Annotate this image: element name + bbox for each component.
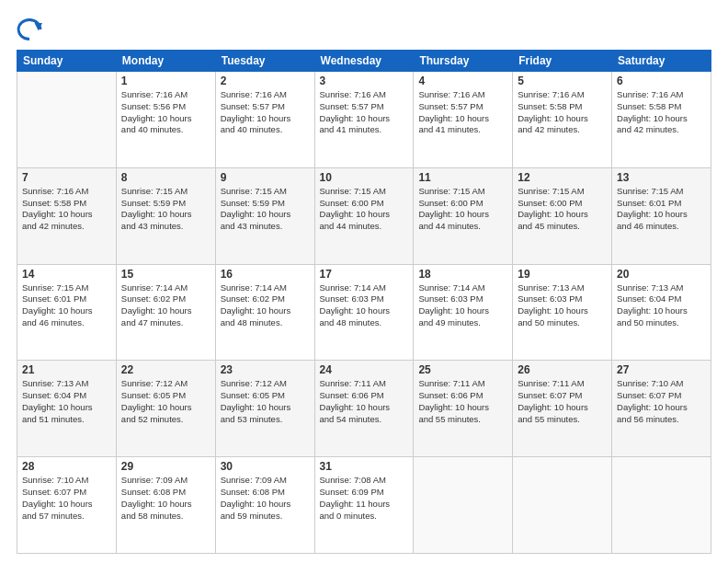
calendar-cell: 3Sunrise: 7:16 AM Sunset: 5:57 PM Daylig… — [314, 72, 414, 168]
day-info: Sunrise: 7:08 AM Sunset: 6:09 PM Dayligh… — [320, 475, 409, 522]
calendar-cell: 15Sunrise: 7:14 AM Sunset: 6:02 PM Dayli… — [116, 264, 215, 361]
day-info: Sunrise: 7:09 AM Sunset: 6:08 PM Dayligh… — [221, 475, 310, 522]
day-header-friday: Friday — [513, 51, 612, 72]
calendar-cell — [513, 457, 612, 554]
day-header-wednesday: Wednesday — [314, 51, 414, 72]
calendar-cell — [17, 72, 117, 168]
day-number: 28 — [22, 460, 111, 473]
day-header-saturday: Saturday — [612, 51, 711, 72]
day-info: Sunrise: 7:12 AM Sunset: 6:05 PM Dayligh… — [121, 378, 210, 425]
calendar-cell — [612, 457, 711, 554]
week-row: 7Sunrise: 7:16 AM Sunset: 5:58 PM Daylig… — [17, 167, 711, 264]
calendar-cell: 29Sunrise: 7:09 AM Sunset: 6:08 PM Dayli… — [116, 457, 215, 554]
day-number: 30 — [221, 460, 310, 473]
day-info: Sunrise: 7:13 AM Sunset: 6:03 PM Dayligh… — [518, 282, 607, 329]
day-number: 21 — [22, 363, 111, 376]
day-number: 5 — [518, 75, 607, 87]
day-number: 18 — [418, 268, 507, 281]
calendar-cell: 12Sunrise: 7:15 AM Sunset: 6:00 PM Dayli… — [513, 167, 612, 264]
calendar-cell: 23Sunrise: 7:12 AM Sunset: 6:05 PM Dayli… — [215, 361, 314, 457]
day-number: 14 — [22, 268, 111, 281]
header — [17, 17, 711, 42]
day-number: 20 — [617, 268, 706, 281]
calendar-body: 1Sunrise: 7:16 AM Sunset: 5:56 PM Daylig… — [17, 72, 711, 554]
day-number: 1 — [121, 75, 210, 87]
calendar-cell: 13Sunrise: 7:15 AM Sunset: 6:01 PM Dayli… — [612, 167, 711, 264]
day-number: 11 — [418, 171, 507, 184]
calendar-cell: 7Sunrise: 7:16 AM Sunset: 5:58 PM Daylig… — [17, 167, 117, 264]
day-info: Sunrise: 7:16 AM Sunset: 5:57 PM Dayligh… — [221, 89, 310, 136]
day-info: Sunrise: 7:11 AM Sunset: 6:06 PM Dayligh… — [320, 378, 409, 425]
day-number: 24 — [320, 363, 409, 376]
day-info: Sunrise: 7:16 AM Sunset: 5:56 PM Dayligh… — [121, 89, 210, 136]
calendar-cell: 20Sunrise: 7:13 AM Sunset: 6:04 PM Dayli… — [612, 264, 711, 361]
day-info: Sunrise: 7:11 AM Sunset: 6:07 PM Dayligh… — [518, 378, 607, 425]
calendar-cell — [414, 457, 513, 554]
day-info: Sunrise: 7:15 AM Sunset: 5:59 PM Dayligh… — [121, 186, 210, 233]
calendar-cell: 16Sunrise: 7:14 AM Sunset: 6:02 PM Dayli… — [215, 264, 314, 361]
day-info: Sunrise: 7:15 AM Sunset: 6:01 PM Dayligh… — [617, 186, 706, 233]
day-number: 2 — [221, 75, 310, 87]
calendar-header: SundayMondayTuesdayWednesdayThursdayFrid… — [17, 51, 711, 72]
day-number: 23 — [221, 363, 310, 376]
calendar-cell: 25Sunrise: 7:11 AM Sunset: 6:06 PM Dayli… — [414, 361, 513, 457]
day-info: Sunrise: 7:11 AM Sunset: 6:06 PM Dayligh… — [418, 378, 507, 425]
day-info: Sunrise: 7:16 AM Sunset: 5:58 PM Dayligh… — [22, 186, 111, 233]
calendar-cell: 6Sunrise: 7:16 AM Sunset: 5:58 PM Daylig… — [612, 72, 711, 168]
day-header-monday: Monday — [116, 51, 215, 72]
day-number: 19 — [518, 268, 607, 281]
calendar-cell: 21Sunrise: 7:13 AM Sunset: 6:04 PM Dayli… — [17, 361, 117, 457]
calendar-cell: 17Sunrise: 7:14 AM Sunset: 6:03 PM Dayli… — [314, 264, 414, 361]
day-number: 31 — [320, 460, 409, 473]
week-row: 28Sunrise: 7:10 AM Sunset: 6:07 PM Dayli… — [17, 457, 711, 554]
day-number: 17 — [320, 268, 409, 281]
calendar-cell: 27Sunrise: 7:10 AM Sunset: 6:07 PM Dayli… — [612, 361, 711, 457]
calendar-cell: 14Sunrise: 7:15 AM Sunset: 6:01 PM Dayli… — [17, 264, 117, 361]
logo — [17, 17, 46, 42]
day-number: 13 — [617, 171, 706, 184]
day-info: Sunrise: 7:09 AM Sunset: 6:08 PM Dayligh… — [121, 475, 210, 522]
day-header-tuesday: Tuesday — [215, 51, 314, 72]
day-info: Sunrise: 7:16 AM Sunset: 5:58 PM Dayligh… — [617, 89, 706, 136]
day-info: Sunrise: 7:14 AM Sunset: 6:03 PM Dayligh… — [418, 282, 507, 329]
day-number: 8 — [121, 171, 210, 184]
logo-icon — [17, 17, 42, 42]
day-number: 6 — [617, 75, 706, 87]
day-header-sunday: Sunday — [17, 51, 117, 72]
day-number: 15 — [121, 268, 210, 281]
day-info: Sunrise: 7:13 AM Sunset: 6:04 PM Dayligh… — [617, 282, 706, 329]
day-info: Sunrise: 7:14 AM Sunset: 6:02 PM Dayligh… — [121, 282, 210, 329]
day-number: 9 — [221, 171, 310, 184]
calendar-cell: 26Sunrise: 7:11 AM Sunset: 6:07 PM Dayli… — [513, 361, 612, 457]
day-number: 10 — [320, 171, 409, 184]
week-row: 1Sunrise: 7:16 AM Sunset: 5:56 PM Daylig… — [17, 72, 711, 168]
calendar-cell: 10Sunrise: 7:15 AM Sunset: 6:00 PM Dayli… — [314, 167, 414, 264]
calendar-cell: 9Sunrise: 7:15 AM Sunset: 5:59 PM Daylig… — [215, 167, 314, 264]
calendar-cell: 28Sunrise: 7:10 AM Sunset: 6:07 PM Dayli… — [17, 457, 117, 554]
day-number: 12 — [518, 171, 607, 184]
day-info: Sunrise: 7:10 AM Sunset: 6:07 PM Dayligh… — [617, 378, 706, 425]
header-row: SundayMondayTuesdayWednesdayThursdayFrid… — [17, 51, 711, 72]
day-number: 27 — [617, 363, 706, 376]
day-info: Sunrise: 7:16 AM Sunset: 5:57 PM Dayligh… — [418, 89, 507, 136]
calendar-cell: 31Sunrise: 7:08 AM Sunset: 6:09 PM Dayli… — [314, 457, 414, 554]
day-number: 7 — [22, 171, 111, 184]
calendar-cell: 8Sunrise: 7:15 AM Sunset: 5:59 PM Daylig… — [116, 167, 215, 264]
calendar-cell: 4Sunrise: 7:16 AM Sunset: 5:57 PM Daylig… — [414, 72, 513, 168]
calendar-cell: 18Sunrise: 7:14 AM Sunset: 6:03 PM Dayli… — [414, 264, 513, 361]
day-info: Sunrise: 7:14 AM Sunset: 6:02 PM Dayligh… — [221, 282, 310, 329]
week-row: 21Sunrise: 7:13 AM Sunset: 6:04 PM Dayli… — [17, 361, 711, 457]
calendar-cell: 11Sunrise: 7:15 AM Sunset: 6:00 PM Dayli… — [414, 167, 513, 264]
calendar-cell: 1Sunrise: 7:16 AM Sunset: 5:56 PM Daylig… — [116, 72, 215, 168]
calendar-cell: 2Sunrise: 7:16 AM Sunset: 5:57 PM Daylig… — [215, 72, 314, 168]
day-info: Sunrise: 7:15 AM Sunset: 6:00 PM Dayligh… — [418, 186, 507, 233]
day-info: Sunrise: 7:16 AM Sunset: 5:58 PM Dayligh… — [518, 89, 607, 136]
day-info: Sunrise: 7:13 AM Sunset: 6:04 PM Dayligh… — [22, 378, 111, 425]
day-header-thursday: Thursday — [414, 51, 513, 72]
day-number: 26 — [518, 363, 607, 376]
calendar: SundayMondayTuesdayWednesdayThursdayFrid… — [17, 50, 711, 554]
calendar-cell: 19Sunrise: 7:13 AM Sunset: 6:03 PM Dayli… — [513, 264, 612, 361]
day-number: 4 — [418, 75, 507, 87]
day-number: 3 — [320, 75, 409, 87]
calendar-cell: 24Sunrise: 7:11 AM Sunset: 6:06 PM Dayli… — [314, 361, 414, 457]
